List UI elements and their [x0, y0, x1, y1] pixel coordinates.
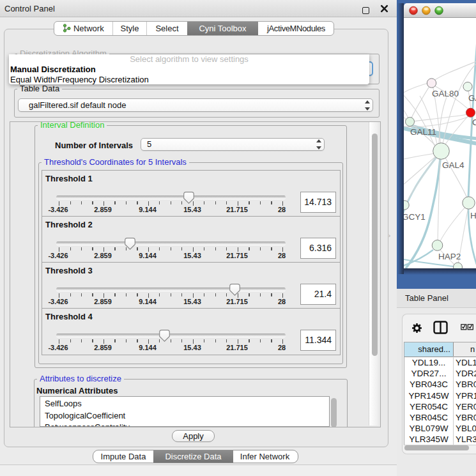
svg-text:GAL11: GAL11 [410, 127, 436, 137]
svg-text:H: H [470, 211, 476, 220]
svg-text:GCY1: GCY1 [404, 212, 426, 222]
svg-text:C: C [472, 118, 476, 127]
svg-text:GAL4: GAL4 [442, 160, 464, 170]
svg-text:GA: GA [468, 93, 476, 103]
svg-text:GAL80: GAL80 [432, 89, 459, 98]
svg-text:HAP2: HAP2 [438, 252, 461, 261]
